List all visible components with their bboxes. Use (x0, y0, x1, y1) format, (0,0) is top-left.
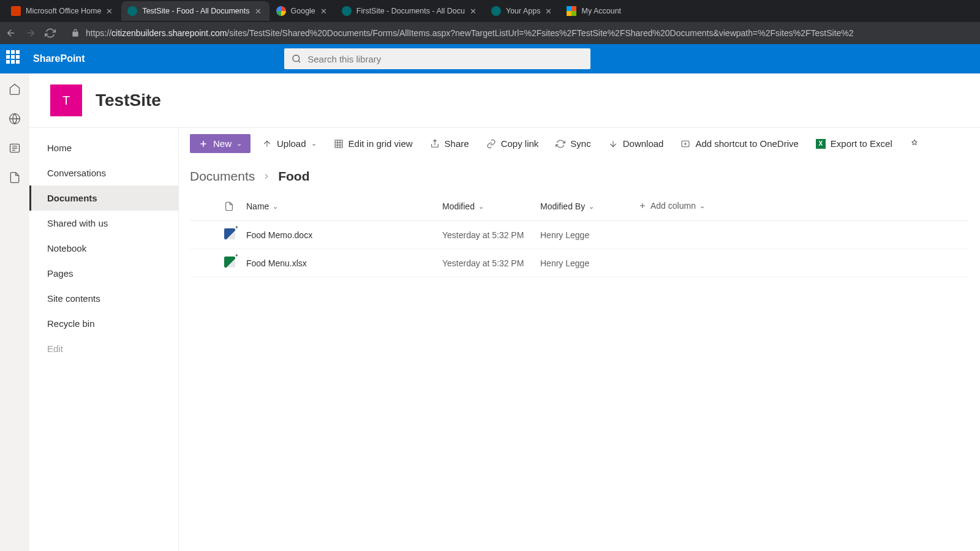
word-file-icon: ✦ (224, 228, 235, 239)
sync-button[interactable]: Sync (550, 134, 596, 153)
site-logo[interactable]: T (50, 84, 82, 116)
col-add-column[interactable]: Add column ⌄ (638, 201, 705, 211)
file-modified-by: Henry Legge (535, 221, 633, 249)
browser-tab-4[interactable]: Your Apps ✕ (485, 1, 560, 21)
sharepoint-icon (342, 6, 352, 16)
tab-title: Microsoft Office Home (26, 7, 101, 15)
add-shortcut-button[interactable]: Add shortcut to OneDrive (675, 134, 804, 153)
site-title[interactable]: TestSite (96, 91, 161, 110)
tab-title: My Account (581, 7, 621, 15)
search-icon (292, 54, 301, 64)
col-select[interactable] (190, 192, 219, 221)
breadcrumb-current: Food (278, 169, 309, 184)
back-icon[interactable] (5, 27, 17, 39)
home-icon[interactable] (9, 83, 21, 96)
nav-conversations[interactable]: Conversations (29, 160, 178, 186)
close-icon[interactable]: ✕ (106, 7, 115, 15)
search-input[interactable] (307, 54, 583, 64)
nav-shared-with-us[interactable]: Shared with us (29, 211, 178, 236)
new-label: New (213, 138, 232, 149)
download-label: Download (623, 138, 664, 149)
table-row[interactable]: ✦Food Menu.xlsxYesterday at 5:32 PMHenry… (190, 249, 969, 277)
microsoft-icon (567, 6, 576, 16)
url-text: https://citizenbuilders.sharepoint.com/s… (86, 28, 854, 38)
search-box[interactable] (284, 48, 590, 69)
new-badge-icon: ✦ (235, 225, 239, 230)
new-badge-icon: ✦ (235, 253, 239, 258)
browser-address-bar: https://citizenbuilders.sharepoint.com/s… (0, 22, 980, 44)
browser-tab-0[interactable]: Microsoft Office Home ✕ (5, 1, 121, 21)
sharepoint-icon (491, 6, 501, 16)
browser-tab-5[interactable]: My Account (560, 1, 627, 21)
excel-icon: X (816, 139, 826, 149)
copy-link-button[interactable]: Copy link (481, 134, 545, 153)
file-modified-by: Henry Legge (535, 249, 633, 277)
reload-icon[interactable] (44, 27, 56, 39)
tab-title: TestSite - Food - All Documents (142, 7, 249, 15)
table-row[interactable]: ✦Food Memo.docxYesterday at 5:32 PMHenry… (190, 221, 969, 249)
breadcrumb-parent[interactable]: Documents (190, 169, 255, 184)
file-modified: Yesterday at 5:32 PM (437, 221, 535, 249)
nav-documents[interactable]: Documents (29, 186, 178, 211)
chevron-down-icon: ⌄ (589, 203, 594, 211)
nav-recycle-bin[interactable]: Recycle bin (29, 311, 178, 336)
sync-label: Sync (570, 138, 590, 149)
upload-label: Upload (277, 138, 306, 149)
url-bar[interactable]: https://citizenbuilders.sharepoint.com/s… (64, 28, 975, 38)
close-icon[interactable]: ✕ (545, 7, 554, 15)
site-header: T TestSite (29, 73, 980, 127)
close-icon[interactable]: ✕ (255, 7, 263, 15)
globe-icon[interactable] (9, 113, 21, 125)
download-button[interactable]: Download (603, 134, 669, 153)
export-label: Export to Excel (831, 138, 892, 149)
nav-pages[interactable]: Pages (29, 261, 178, 286)
tab-title: Your Apps (506, 7, 541, 15)
google-icon (276, 6, 286, 16)
share-label: Share (445, 138, 469, 149)
app-rail (0, 73, 29, 551)
file-name[interactable]: Food Memo.docx (241, 221, 437, 249)
browser-tab-1[interactable]: TestSite - Food - All Documents ✕ (121, 1, 269, 21)
chevron-down-icon: ⌄ (236, 140, 242, 148)
col-modified[interactable]: Modified ⌄ (442, 201, 484, 211)
close-icon[interactable]: ✕ (470, 7, 478, 15)
edit-grid-button[interactable]: Edit in grid view (328, 134, 418, 153)
file-table: Name ⌄ Modified ⌄ (190, 192, 969, 277)
chevron-down-icon: ⌄ (699, 202, 705, 210)
files-icon[interactable] (9, 171, 21, 184)
col-modified-by[interactable]: Modified By ⌄ (540, 201, 594, 211)
news-icon[interactable] (9, 142, 21, 154)
excel-file-icon: ✦ (224, 257, 235, 268)
col-name[interactable]: Name ⌄ (246, 201, 278, 211)
svg-rect-3 (335, 140, 342, 148)
nav-edit[interactable]: Edit (29, 336, 178, 361)
suite-brand[interactable]: SharePoint (33, 53, 85, 64)
breadcrumb: Documents Food (179, 159, 980, 187)
browser-tab-3[interactable]: FirstSite - Documents - All Docu ✕ (336, 1, 484, 21)
new-button[interactable]: New ⌄ (190, 134, 251, 153)
command-bar: New ⌄ Upload ⌄ Edit in grid view Sh (179, 128, 980, 159)
upload-button[interactable]: Upload ⌄ (257, 134, 322, 153)
nav-home[interactable]: Home (29, 135, 178, 160)
close-icon[interactable]: ✕ (320, 7, 329, 15)
share-button[interactable]: Share (424, 134, 475, 153)
app-launcher-icon[interactable] (6, 50, 23, 67)
chevron-right-icon (262, 172, 271, 181)
chevron-down-icon: ⌄ (311, 140, 317, 148)
left-nav: Home Conversations Documents Shared with… (29, 128, 179, 551)
chevron-down-icon: ⌄ (273, 203, 278, 211)
col-fileicon[interactable] (219, 192, 241, 221)
browser-tabs: Microsoft Office Home ✕ TestSite - Food … (0, 0, 980, 22)
more-button[interactable] (904, 135, 925, 153)
nav-notebook[interactable]: Notebook (29, 236, 178, 261)
copy-link-label: Copy link (501, 138, 539, 149)
forward-icon[interactable] (24, 27, 37, 39)
browser-tab-2[interactable]: Google ✕ (270, 1, 335, 21)
export-excel-button[interactable]: X Export to Excel (810, 134, 898, 153)
file-modified: Yesterday at 5:32 PM (437, 249, 535, 277)
tab-title: FirstSite - Documents - All Docu (356, 7, 465, 15)
file-name[interactable]: Food Menu.xlsx (241, 249, 437, 277)
lock-icon (71, 29, 80, 37)
nav-site-contents[interactable]: Site contents (29, 286, 178, 311)
svg-point-0 (293, 55, 300, 62)
